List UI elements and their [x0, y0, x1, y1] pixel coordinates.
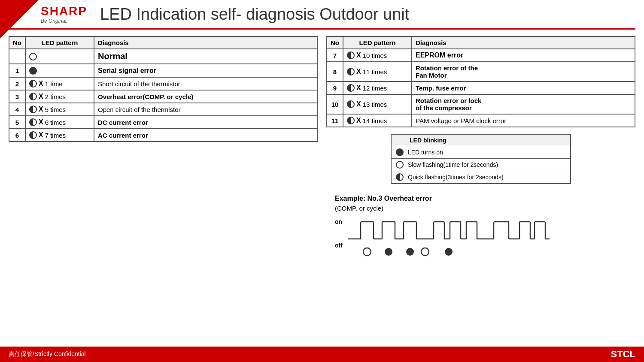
- svg-point-39: [363, 248, 371, 256]
- led-x: X: [356, 51, 361, 59]
- led-x: X: [356, 117, 361, 124]
- row-diag: PAM voltage or PAM clock error: [412, 114, 635, 127]
- main-content: No LED pattern Diagnosis Normal: [0, 32, 644, 262]
- svg-point-42: [421, 248, 429, 256]
- right-th-led: LED pattern: [343, 36, 412, 49]
- right-th-diag: Diagnosis: [412, 36, 635, 49]
- table-row: Normal: [9, 49, 317, 64]
- example-subtitle: (COMP. or cycle): [335, 205, 635, 212]
- row-diag: Normal: [94, 49, 317, 64]
- led-times: 1 time: [45, 80, 63, 87]
- led-half-icon: [29, 93, 37, 100]
- led-pattern: X 13 times: [347, 100, 408, 108]
- led-x: X: [356, 84, 361, 92]
- led-empty-icon: [29, 53, 37, 60]
- legend-header: LED blinking: [392, 135, 570, 146]
- led-pattern: X 11 times: [347, 68, 408, 75]
- led-pattern: X 10 times: [347, 51, 408, 59]
- row-led: X 1 time: [25, 77, 94, 90]
- row-led: X 14 times: [343, 114, 412, 127]
- left-table-header-row: No LED pattern Diagnosis: [9, 36, 317, 49]
- legend-on-label: LED turns on: [408, 149, 443, 156]
- diag-text: Short circuit of the thermistor: [98, 80, 180, 87]
- diag-text: Open circuit of the thermistor: [98, 106, 181, 113]
- example-section: Example: No.3 Overheat error (COMP. or c…: [326, 195, 635, 258]
- row-no: 10: [327, 94, 343, 114]
- legend-filled-icon: [396, 148, 404, 156]
- logo-tagline: Be Original.: [41, 18, 68, 24]
- row-no: 3: [9, 90, 25, 103]
- led-half-icon: [29, 118, 37, 126]
- footer-brand: STCL: [611, 349, 635, 360]
- example-title: Example: No.3 Overheat error: [335, 195, 635, 202]
- legend-empty-icon: [396, 161, 404, 169]
- led-times: 10 times: [363, 52, 387, 59]
- red-triangle-decoration: [0, 0, 39, 39]
- diag-text: EEPROM error: [416, 51, 463, 59]
- led-half-icon: [347, 68, 355, 75]
- legend-row-quick: Quick flashing(3times for 2seconds): [392, 171, 570, 183]
- row-diag: Open circuit of the thermistor: [94, 103, 317, 116]
- waveform-area: on off: [335, 215, 635, 258]
- diag-text: Normal: [98, 51, 128, 61]
- table-row: 4 X 5 times Open circuit of the thermist…: [9, 103, 317, 116]
- row-no: 5: [9, 116, 25, 129]
- legend-quick-label: Quick flashing(3times for 2seconds): [408, 174, 504, 181]
- led-x: X: [39, 118, 43, 126]
- row-no: 11: [327, 114, 343, 127]
- led-times: 2 times: [45, 93, 66, 100]
- row-diag: Temp. fuse error: [412, 81, 635, 94]
- led-times: 14 times: [363, 117, 387, 124]
- waveform-svg: on off: [335, 215, 550, 258]
- row-diag: Rotation error of theFan Motor: [412, 62, 635, 81]
- table-row: 11 X 14 times PAM voltage or PAM clock e…: [327, 114, 635, 127]
- svg-point-43: [445, 248, 453, 256]
- diag-text: DC current error: [98, 119, 148, 126]
- led-pattern: X 2 times: [29, 93, 90, 100]
- row-led: X 7 times: [25, 129, 94, 142]
- led-times: 12 times: [363, 84, 387, 92]
- right-table: No LED pattern Diagnosis 7 X 10 times: [326, 36, 635, 127]
- diag-text: Overheat error(COMP. or cycle): [98, 93, 193, 100]
- logo-sharp: SHARP: [41, 4, 87, 18]
- row-no: 6: [9, 129, 25, 142]
- led-half-icon: [347, 51, 355, 59]
- table-row: 1 Serial signal error: [9, 64, 317, 77]
- legend-slow-label: Slow flashing(1time for 2seconds): [408, 161, 498, 168]
- footer: 責任保管/Strictly Confidential STCL: [0, 347, 644, 362]
- left-table: No LED pattern Diagnosis Normal: [9, 36, 318, 142]
- led-half-icon: [347, 84, 355, 92]
- row-diag: EEPROM error: [412, 49, 635, 62]
- diag-text: Serial signal error: [98, 67, 156, 74]
- table-row: 8 X 11 times Rotation error of theFan Mo…: [327, 62, 635, 81]
- led-times: 5 times: [45, 106, 66, 113]
- row-diag: Overheat error(COMP. or cycle): [94, 90, 317, 103]
- left-th-diag: Diagnosis: [94, 36, 317, 49]
- row-led: X 12 times: [343, 81, 412, 94]
- led-pattern: X 7 times: [29, 131, 90, 139]
- table-row: 9 X 12 times Temp. fuse error: [327, 81, 635, 94]
- row-diag: Rotation error or lockof the compressor: [412, 94, 635, 114]
- led-x: X: [39, 106, 43, 113]
- row-no: 8: [327, 62, 343, 81]
- page-title: LED Indication self- diagnosis Outdoor u…: [100, 5, 409, 24]
- row-led: [25, 64, 94, 77]
- row-diag: AC current error: [94, 129, 317, 142]
- led-half-icon: [347, 100, 355, 108]
- led-times: 11 times: [363, 68, 387, 75]
- row-diag: Serial signal error: [94, 64, 317, 77]
- table-row: 7 X 10 times EEPROM error: [327, 49, 635, 62]
- led-times: 6 times: [45, 119, 66, 126]
- legend-row-slow: Slow flashing(1time for 2seconds): [392, 159, 570, 171]
- row-no: 2: [9, 77, 25, 90]
- table-row: 3 X 2 times Overheat error(COMP. or cycl…: [9, 90, 317, 103]
- led-times: 13 times: [363, 101, 387, 108]
- row-no: 7: [327, 49, 343, 62]
- header: SHARP Be Original. LED Indication self- …: [0, 0, 644, 26]
- row-no: 4: [9, 103, 25, 116]
- red-divider: [9, 28, 635, 30]
- led-pattern: X 1 time: [29, 80, 90, 87]
- legend-box: LED blinking LED turns on Slow flashing(…: [391, 134, 571, 184]
- row-diag: DC current error: [94, 116, 317, 129]
- led-pattern: X 12 times: [347, 84, 408, 92]
